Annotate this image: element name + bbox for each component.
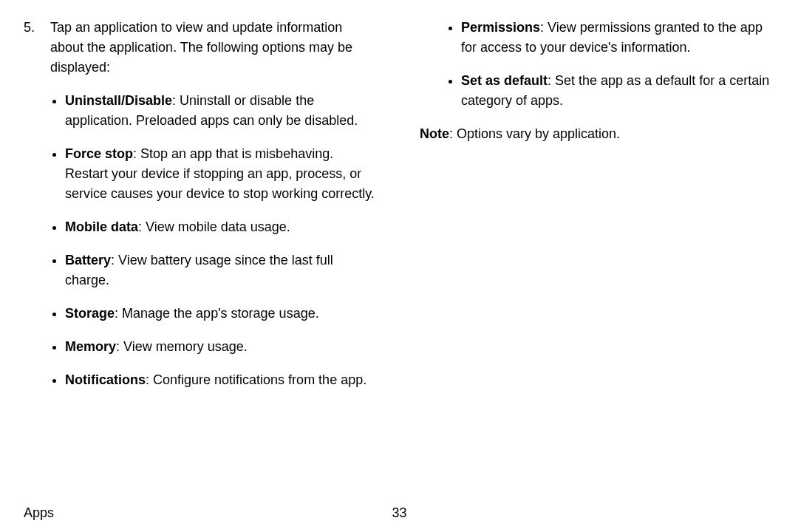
document-page: 5. Tap an application to view and update…: [0, 0, 798, 532]
footer-section: Apps: [24, 503, 54, 523]
list-item: Permissions: View permissions granted to…: [461, 18, 774, 58]
numbered-step: 5. Tap an application to view and update…: [24, 18, 378, 78]
footer-page-number: 33: [392, 503, 407, 523]
item-text: : View mobile data usage.: [138, 219, 290, 234]
item-text: : Configure notifications from the app.: [146, 372, 366, 387]
list-item: Battery: View battery usage since the la…: [65, 250, 378, 290]
item-label: Permissions: [461, 20, 540, 35]
list-item: Notifications: Configure notifications f…: [65, 370, 378, 390]
page-footer: Apps 33: [24, 497, 774, 523]
item-label: Set as default: [461, 73, 548, 88]
item-text: : View memory usage.: [116, 339, 248, 354]
note-line: Note: Options vary by application.: [420, 124, 774, 144]
item-label: Uninstall/Disable: [65, 93, 172, 108]
list-item: Force stop: Stop an app that is misbehav…: [65, 144, 378, 204]
item-label: Notifications: [65, 372, 146, 387]
list-item: Storage: Manage the app's storage usage.: [65, 304, 378, 324]
right-column: Permissions: View permissions granted to…: [420, 18, 774, 497]
list-item: Mobile data: View mobile data usage.: [65, 217, 378, 237]
bullet-list-right: Permissions: View permissions granted to…: [446, 18, 774, 111]
bullet-list-left: Uninstall/Disable: Uninstall or disable …: [50, 91, 378, 390]
item-label: Mobile data: [65, 219, 138, 234]
note-label: Note: [420, 126, 449, 141]
item-label: Storage: [65, 306, 115, 321]
note-text: : Options vary by application.: [449, 126, 620, 141]
left-column: 5. Tap an application to view and update…: [24, 18, 378, 497]
item-label: Force stop: [65, 146, 133, 161]
content-columns: 5. Tap an application to view and update…: [24, 18, 774, 497]
list-item: Uninstall/Disable: Uninstall or disable …: [65, 91, 378, 131]
list-item: Memory: View memory usage.: [65, 337, 378, 357]
step-number: 5.: [24, 18, 50, 78]
item-label: Battery: [65, 253, 111, 267]
step-intro: Tap an application to view and update in…: [50, 18, 378, 78]
item-label: Memory: [65, 339, 116, 354]
item-text: : Manage the app's storage usage.: [115, 306, 319, 321]
list-item: Set as default: Set the app as a default…: [461, 71, 774, 111]
